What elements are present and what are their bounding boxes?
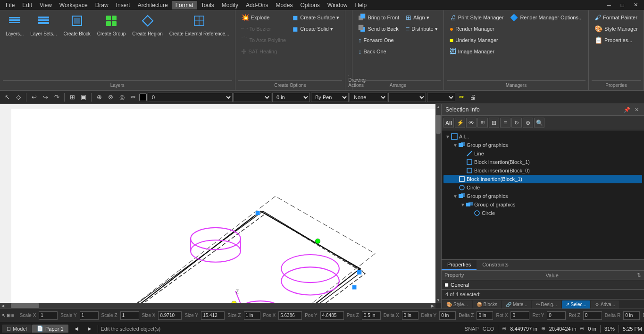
tree-item-line[interactable]: Line	[443, 149, 642, 158]
style-manager-button[interactable]: 🎨 Style Manager	[592, 24, 641, 34]
menu-architecture[interactable]: Architecture	[134, 1, 172, 9]
panel-close-button[interactable]: ✕	[633, 106, 640, 113]
scale-z-input[interactable]	[120, 311, 139, 320]
filter-button[interactable]: ⚡	[455, 118, 465, 128]
pos-x-input[interactable]	[278, 311, 302, 320]
redo-button[interactable]: ↪	[40, 92, 50, 103]
menu-addons[interactable]: Add-Ons	[242, 1, 272, 9]
size-y-input[interactable]	[201, 311, 225, 320]
zoom-button[interactable]: ⊕	[523, 118, 533, 128]
color-box[interactable]	[139, 94, 147, 101]
refresh-button[interactable]: ↻	[511, 118, 522, 128]
undo-button[interactable]: ↩	[29, 92, 39, 103]
tree-item-all[interactable]: ▼ All...	[443, 132, 642, 141]
eye-button[interactable]: 👁	[466, 118, 477, 128]
scroll-thumb-v[interactable]	[436, 115, 441, 134]
scrollbar-vertical[interactable]: ▲ ▼	[435, 104, 441, 303]
materials-tab[interactable]: 🔗 Mate...	[502, 300, 531, 308]
select-all-button[interactable]: All	[443, 118, 454, 128]
distribute-button[interactable]: ≡ Distribute ▾	[403, 24, 441, 34]
format-painter-button[interactable]: 🖌 Format Painter	[592, 12, 641, 23]
render-manager-options-button[interactable]: 🔷 Render Manager Options...	[507, 12, 585, 23]
create-block-button[interactable]: Create Block	[61, 12, 93, 39]
menu-format[interactable]: Format	[172, 1, 197, 9]
linewidth-dropdown[interactable]: 0 in	[272, 93, 310, 102]
send-to-back-button[interactable]: Send to Back	[355, 24, 402, 34]
table-button[interactable]: ⊞	[67, 92, 77, 103]
blocks-tab[interactable]: 📦 Blocks	[473, 300, 501, 308]
menu-view[interactable]: View	[36, 1, 56, 9]
scrollbar-horizontal[interactable]: ◀ ▶	[0, 303, 435, 308]
opacity-dropdown[interactable]	[427, 93, 455, 102]
explode-button[interactable]: 💥 Explode	[238, 12, 289, 23]
selection-tab[interactable]: ↗ Selec...	[562, 300, 590, 308]
menu-options[interactable]: Options	[296, 1, 323, 9]
pen-color-button[interactable]: ✏	[456, 92, 467, 103]
view-button[interactable]: ▣	[78, 92, 89, 103]
delta-x-input[interactable]	[402, 311, 418, 320]
table-view-button[interactable]: ⊞	[489, 118, 499, 128]
scroll-right-status[interactable]: ▶	[84, 324, 95, 334]
create-external-ref-button[interactable]: Create External Reference...	[167, 12, 232, 39]
menu-draw[interactable]: Draw	[92, 1, 112, 9]
snap3-button[interactable]: ◎	[117, 92, 127, 103]
delta-r-input[interactable]	[623, 311, 640, 320]
pen-style-dropdown[interactable]: By Pen	[311, 93, 349, 102]
render-manager-button[interactable]: ● Render Manager	[447, 24, 507, 34]
pos-z-input[interactable]	[362, 311, 381, 320]
print-style-manager-button[interactable]: 🖨 Print Style Manager	[447, 12, 507, 23]
expand-group2[interactable]: ▼	[453, 194, 459, 199]
size-x-input[interactable]	[158, 311, 182, 320]
model-tab[interactable]: ◻ Model	[2, 325, 32, 333]
close-button[interactable]: ✕	[629, 0, 642, 10]
constraints-tab[interactable]: Constraints	[477, 260, 514, 270]
create-surface-button[interactable]: ◼ Create Surface ▾	[290, 12, 342, 23]
tree-item-group3[interactable]: ▼ Group of graphics	[443, 200, 642, 209]
scroll-left-status[interactable]: ◀	[71, 324, 82, 334]
properties-tab[interactable]: Properties	[442, 260, 477, 270]
align-button[interactable]: ⊞ Align ▾	[403, 12, 441, 23]
rot-x-input[interactable]	[510, 311, 529, 320]
pen-button[interactable]: ✏	[128, 92, 138, 103]
rot-y-input[interactable]	[547, 311, 566, 320]
scroll-right-button[interactable]: ▶	[430, 303, 435, 308]
select-similar-button[interactable]: ≋	[477, 118, 488, 128]
back-one-button[interactable]: ↓ Back One	[355, 46, 402, 57]
menu-workspace[interactable]: Workspace	[56, 1, 92, 9]
tree-item-block0[interactable]: Block insertion(Block_0)	[443, 166, 642, 175]
menu-insert[interactable]: Insert	[112, 1, 134, 9]
underlay-manager-button[interactable]: ■ Underlay Manager	[447, 35, 507, 45]
create-region-button[interactable]: Create Region	[129, 12, 165, 39]
style-tab[interactable]: 🎨 Style...	[443, 300, 472, 308]
menu-modes[interactable]: Modes	[272, 1, 296, 9]
layer-sets-button[interactable]: Layer Sets...	[27, 12, 59, 39]
scroll-up-button[interactable]: ▲	[435, 104, 441, 110]
layer-dropdown[interactable]: 0	[148, 93, 233, 102]
snap-button[interactable]: ⊕	[94, 92, 104, 103]
layers-button[interactable]: Layers...	[3, 12, 26, 39]
geo-indicator[interactable]: GEO	[483, 326, 494, 332]
menu-help[interactable]: Help	[351, 1, 371, 9]
tree-item-group1[interactable]: ▼ Group of graphics	[443, 141, 642, 149]
bottom-table-button[interactable]: ⊞	[7, 310, 10, 321]
rot-z-input[interactable]	[583, 311, 602, 320]
forward-one-button[interactable]: ↑ Forward One	[355, 35, 402, 45]
menu-tools[interactable]: Tools	[197, 1, 218, 9]
search-button[interactable]: 🔍	[534, 118, 544, 128]
snap-indicator[interactable]: SNAP	[465, 326, 479, 332]
panel-pin-button[interactable]: 📌	[623, 106, 631, 113]
scroll-down-button[interactable]: ▼	[435, 297, 441, 303]
canvas-container[interactable]: Z × ▲	[0, 104, 441, 308]
linetype-dropdown[interactable]	[234, 93, 271, 102]
list-view-button[interactable]: ≡	[500, 118, 510, 128]
paper1-tab[interactable]: 📄 Paper 1	[32, 325, 68, 333]
scale-x-input[interactable]	[39, 311, 58, 320]
expand-group1[interactable]: ▼	[453, 143, 459, 148]
delta-z-input[interactable]	[477, 311, 493, 320]
tree-item-circle2[interactable]: Circle	[443, 209, 642, 217]
menu-window[interactable]: Window	[324, 1, 351, 9]
maximize-button[interactable]: □	[616, 0, 629, 10]
redo2-button[interactable]: ↷	[51, 92, 62, 103]
design-tab[interactable]: ✏ Desig...	[532, 300, 561, 308]
scroll-thumb-h[interactable]	[11, 303, 39, 308]
